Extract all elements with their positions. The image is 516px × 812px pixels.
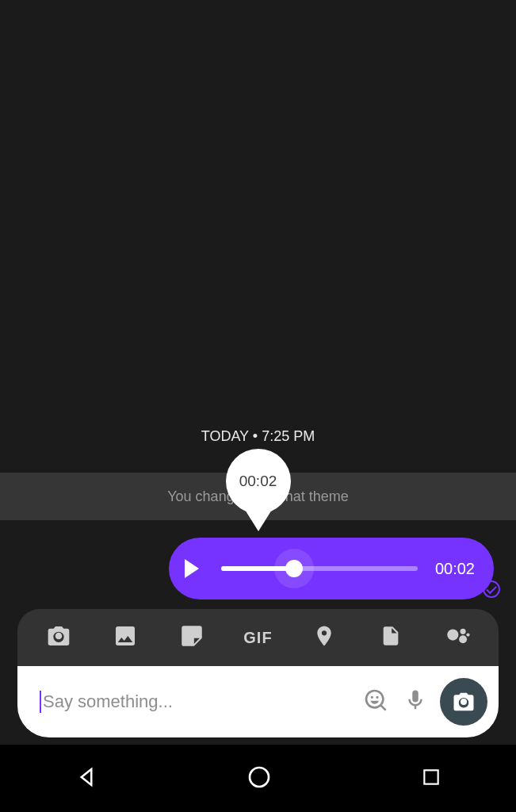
slider-tooltip: 00:02: [226, 449, 291, 514]
delivered-check-icon: [483, 580, 500, 598]
svg-point-3: [466, 633, 469, 636]
tooltip-time: 00:02: [239, 473, 277, 490]
file-icon[interactable]: [363, 625, 419, 650]
emoji-search-icon[interactable]: [356, 688, 396, 716]
chat-screen: TODAY • 7:25 PM You changed the chat the…: [0, 0, 516, 812]
location-icon[interactable]: [296, 624, 352, 651]
sticker-icon[interactable]: [164, 622, 220, 653]
svg-rect-5: [424, 770, 438, 783]
svg-point-0: [447, 630, 458, 641]
attachment-bar: GIF: [17, 609, 499, 666]
camera-icon[interactable]: [31, 623, 86, 652]
slider-thumb[interactable]: [285, 560, 303, 577]
time-label: 7:25 PM: [262, 428, 315, 444]
gif-label: GIF: [243, 629, 272, 646]
play-button[interactable]: [185, 559, 199, 578]
svg-point-4: [250, 768, 269, 787]
svg-point-1: [461, 629, 466, 634]
system-nav-bar: [0, 745, 516, 812]
message-input-bar: [17, 666, 499, 737]
chat-area: TODAY • 7:25 PM You changed the chat the…: [0, 0, 516, 745]
audio-duration: 00:02: [435, 560, 475, 578]
message-input[interactable]: [43, 691, 356, 712]
assistant-icon[interactable]: [430, 622, 485, 653]
day-timestamp: TODAY • 7:25 PM: [0, 428, 516, 445]
home-button[interactable]: [247, 764, 272, 793]
gallery-icon[interactable]: [97, 623, 153, 652]
gif-button[interactable]: GIF: [230, 629, 285, 647]
audio-message-bubble: 00:02: [169, 538, 494, 599]
back-button[interactable]: [75, 765, 98, 792]
svg-point-2: [459, 635, 467, 643]
microphone-icon[interactable]: [396, 688, 435, 715]
audio-slider[interactable]: [221, 566, 418, 571]
day-label: TODAY: [201, 428, 249, 444]
separator: •: [253, 428, 258, 444]
camera-capture-button[interactable]: [440, 678, 487, 726]
recents-button[interactable]: [421, 767, 441, 791]
text-cursor: [40, 691, 41, 713]
